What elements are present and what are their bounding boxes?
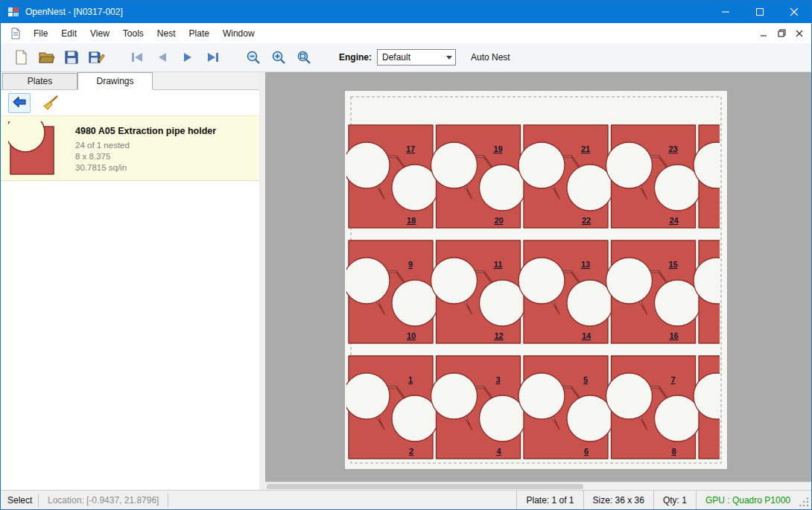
part-number: 10 (407, 331, 416, 340)
part-number: 12 (494, 331, 503, 340)
next-plate-button[interactable] (175, 46, 200, 69)
nested-pair-cell[interactable]: 910 (345, 240, 438, 343)
previous-plate-button[interactable] (150, 46, 175, 69)
mdi-minimize-icon (760, 30, 767, 37)
new-button[interactable] (8, 46, 34, 69)
first-plate-button[interactable] (124, 46, 150, 69)
nested-pair-cell[interactable]: 1314 (518, 240, 613, 343)
mdi-close-button[interactable] (790, 26, 808, 41)
maximize-button[interactable] (743, 1, 777, 23)
engine-value: Default (378, 52, 443, 63)
menu-bar: File Edit View Tools Nest Plate Window (1, 23, 811, 43)
tool-bar: Engine: Default Auto Nest (1, 43, 811, 72)
horizontal-scrollbar-thumb[interactable] (267, 484, 583, 489)
engine-label: Engine: (339, 52, 372, 63)
open-button[interactable] (34, 46, 59, 69)
nested-pair-cell[interactable]: 1920 (431, 125, 526, 228)
zoom-in-button[interactable] (266, 46, 291, 69)
part-number: 23 (668, 144, 677, 153)
broom-icon (42, 95, 59, 110)
nested-pair-cell[interactable]: 12 (345, 356, 438, 459)
menu-nest[interactable]: Nest (150, 25, 183, 42)
last-plate-button[interactable] (200, 46, 226, 69)
zoom-out-icon (246, 50, 261, 65)
nested-pair-cell[interactable] (694, 356, 727, 459)
menu-tools[interactable]: Tools (116, 25, 150, 42)
zoom-fit-button[interactable] (291, 46, 317, 69)
tab-plates[interactable]: Plates (2, 73, 77, 89)
menu-edit[interactable]: Edit (54, 25, 83, 42)
zoom-out-button[interactable] (241, 46, 266, 69)
part-number: 22 (582, 216, 591, 225)
part-number: 4 (496, 447, 501, 456)
auto-nest-button[interactable]: Auto Nest (471, 52, 510, 63)
nested-pair-cell[interactable]: 1516 (606, 240, 701, 343)
mdi-restore-button[interactable] (773, 26, 790, 41)
nested-pair-cell[interactable]: 1112 (431, 240, 526, 343)
clean-button[interactable] (39, 93, 62, 113)
part-number: 7 (670, 375, 675, 384)
new-file-icon (13, 50, 28, 65)
drawing-area: 30.7815 sq/in (75, 162, 216, 173)
part-number: 16 (669, 331, 678, 340)
menu-file[interactable]: File (27, 25, 54, 42)
save-button[interactable] (59, 46, 84, 69)
status-plate: Plate: 1 of 1 (517, 495, 583, 506)
save-as-button[interactable] (84, 46, 110, 69)
drawing-title: 4980 A05 Extraction pipe holder (75, 126, 216, 136)
part-number: 13 (581, 260, 590, 269)
close-icon (790, 7, 799, 16)
last-icon (206, 52, 220, 63)
part-number: 11 (494, 260, 503, 269)
window-title: OpenNest - [N0317-002] (25, 7, 123, 17)
resize-grip[interactable] (799, 497, 810, 508)
part-number: 14 (582, 331, 591, 340)
status-qty: Qty: 1 (654, 495, 696, 506)
status-bar: Select Location: [-0.9437, 21.8796] Plat… (1, 490, 811, 509)
first-icon (130, 52, 144, 63)
menu-plate[interactable]: Plate (183, 25, 216, 42)
drawing-list-empty-area (1, 181, 259, 490)
status-separator (168, 494, 168, 507)
part-number: 8 (671, 447, 676, 456)
nested-pair-cell[interactable]: 78 (606, 356, 701, 459)
plate-sheet[interactable]: 171819202122232491011121314151612345678 (344, 90, 728, 470)
part-number: 5 (583, 375, 588, 384)
drawing-list-item[interactable]: 4980 A05 Extraction pipe holder 24 of 1 … (1, 115, 259, 181)
replace-drawing-button[interactable] (8, 93, 31, 113)
plate-drawing: 171819202122232491011121314151612345678 (345, 91, 727, 469)
nested-pair-cell[interactable] (694, 240, 727, 343)
drawing-nested-count: 24 of 1 nested (75, 140, 216, 151)
open-folder-icon (38, 50, 54, 65)
menu-window[interactable]: Window (216, 25, 261, 42)
save-icon (64, 50, 79, 65)
horizontal-scrollbar[interactable] (265, 482, 811, 490)
panel-splitter[interactable] (259, 72, 265, 490)
nested-pair-cell[interactable] (694, 125, 727, 228)
close-button[interactable] (777, 1, 811, 23)
menu-view[interactable]: View (83, 25, 116, 42)
part-number: 24 (669, 216, 679, 225)
next-icon (182, 52, 194, 63)
nesting-canvas[interactable]: 171819202122232491011121314151612345678 (265, 72, 811, 490)
part-number: 2 (409, 447, 413, 456)
minimize-button[interactable] (708, 1, 743, 23)
nested-pair-cell[interactable]: 56 (518, 356, 613, 459)
nested-pair-cell[interactable]: 1718 (345, 125, 438, 228)
status-mode: Select (1, 495, 38, 506)
engine-select[interactable]: Default (377, 49, 456, 66)
part-thumbnail (8, 121, 56, 176)
app-icon (7, 6, 19, 18)
tab-drawings[interactable]: Drawings (77, 72, 153, 90)
zoom-fit-icon (296, 50, 311, 65)
zoom-in-icon (271, 50, 286, 65)
mdi-minimize-button[interactable] (755, 26, 773, 41)
status-location: Location: [-0.9437, 21.8796] (39, 495, 168, 506)
nested-pair-cell[interactable]: 34 (431, 356, 526, 459)
nested-pair-cell[interactable]: 2324 (606, 125, 701, 228)
drawings-toolbar (1, 90, 259, 115)
minimize-icon (721, 7, 730, 16)
nested-pair-cell[interactable]: 2122 (518, 125, 613, 228)
chevron-down-icon (443, 56, 455, 60)
previous-icon (156, 52, 168, 63)
